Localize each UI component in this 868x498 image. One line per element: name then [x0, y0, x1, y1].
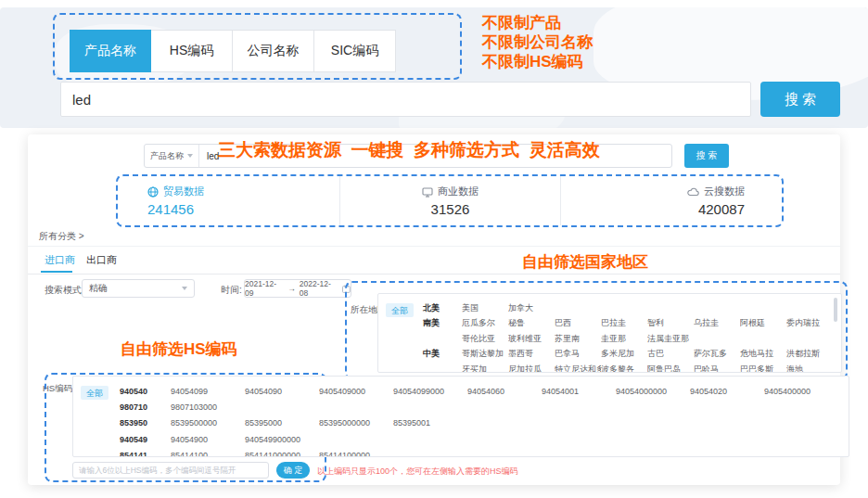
hs-code-option[interactable]: 940549900000	[245, 435, 319, 444]
region-option[interactable]: 委内瑞拉	[786, 317, 833, 329]
stat-trade-data[interactable]: 贸易数据 241456	[118, 176, 339, 225]
app-root: 产品名称 HS编码 公司名称 SIC编码 不限制产品 不限制公司名称 不限制HS…	[0, 0, 868, 498]
tab-hs-code[interactable]: HS编码	[151, 30, 233, 72]
chevron-down-icon	[182, 287, 187, 290]
region-option[interactable]: 特立尼达和多巴..	[555, 364, 601, 373]
region-option[interactable]: 巴拉圭	[601, 317, 647, 329]
region-option[interactable]: 乌拉圭	[694, 317, 740, 329]
region-group-label: 北美	[423, 302, 462, 314]
region-option[interactable]: 哥伦比亚	[462, 333, 508, 345]
region-filter-panel: 全部 北美美国加拿大南美厄瓜多尔秘鲁巴西巴拉圭智利乌拉圭阿根廷委内瑞拉哥伦比亚玻…	[377, 293, 842, 373]
region-option[interactable]: 古巴	[647, 348, 694, 360]
monitor-icon	[422, 186, 433, 198]
hs-grid: 9405409405409994054090940540900094054099…	[120, 383, 838, 456]
search-mode-label: 搜索模式:	[45, 284, 84, 297]
search-type-tabs: 产品名称 HS编码 公司名称 SIC编码	[70, 30, 396, 72]
hs-code-option[interactable]: 85414100	[171, 451, 245, 457]
region-grid: 北美美国加拿大南美厄瓜多尔秘鲁巴西巴拉圭智利乌拉圭阿根廷委内瑞拉哥伦比亚玻利维亚…	[423, 300, 833, 372]
stat-value: 420087	[698, 201, 745, 217]
hs-code-option[interactable]: 94054020	[690, 387, 764, 396]
region-option[interactable]: 波多黎各	[601, 364, 647, 373]
tab-company-name[interactable]: 公司名称	[233, 30, 314, 72]
tab-product-name[interactable]: 产品名称	[70, 30, 151, 72]
region-option[interactable]: 秘鲁	[508, 317, 555, 329]
tab-exporter[interactable]: 出口商	[86, 253, 117, 267]
region-scrollbar[interactable]	[834, 298, 837, 322]
region-option[interactable]: 海地	[786, 364, 833, 373]
hs-code-option[interactable]: 85395001	[393, 418, 467, 428]
region-option[interactable]: 圭亚那	[601, 333, 647, 345]
search-mode-select[interactable]: 精确	[82, 279, 195, 298]
mini-search-value: led	[199, 151, 219, 161]
hs-code-option[interactable]: 94054000000	[616, 387, 690, 396]
hs-code-option[interactable]: 980710	[120, 402, 171, 412]
region-option[interactable]: 加拿大	[508, 302, 555, 314]
stats-dashed-box: 贸易数据 241456 商业数据 31526	[116, 174, 784, 227]
divider	[28, 274, 840, 275]
hs-code-option[interactable]: 94054099000	[393, 387, 467, 396]
region-option[interactable]: 阿根廷	[740, 317, 786, 329]
hs-code-option[interactable]: 94054900	[171, 435, 245, 444]
region-option[interactable]: 牙买加	[462, 364, 508, 373]
stat-label: 贸易数据	[163, 185, 204, 198]
annotation-line: 不限制HS编码	[482, 52, 593, 71]
region-all-chip[interactable]: 全部	[386, 303, 414, 317]
hs-code-option[interactable]: 854141	[120, 451, 171, 457]
hs-code-option[interactable]: 9807103000	[171, 402, 245, 412]
hs-code-option[interactable]: 94054090	[245, 387, 319, 396]
region-option[interactable]: 厄瓜多尔	[462, 317, 508, 329]
region-option[interactable]: 苏里南	[555, 333, 601, 345]
region-option[interactable]: 智利	[647, 317, 694, 329]
region-option[interactable]: 萨尔瓦多	[694, 348, 740, 360]
region-option[interactable]: 多米尼加	[601, 348, 647, 360]
region-option[interactable]: 危地马拉	[740, 348, 786, 360]
stat-value: 241456	[147, 201, 194, 217]
headline-annotation: 三大索数据资源 一键搜 多种筛选方式 灵活高效	[218, 138, 600, 162]
hs-confirm-button[interactable]: 确 定	[276, 462, 310, 479]
region-option[interactable]: 美国	[462, 302, 508, 314]
region-option[interactable]: 墨西哥	[508, 348, 555, 360]
stat-cloud-data[interactable]: 云搜数据 420087	[560, 176, 782, 225]
hs-code-option[interactable]: 85414100000	[319, 451, 393, 457]
annotation-line: 不限制产品	[482, 13, 593, 32]
mini-search-type-select[interactable]: 产品名称	[145, 145, 199, 167]
hs-code-option[interactable]: 94054001	[542, 387, 616, 396]
region-option[interactable]: 巴巴多斯	[740, 364, 786, 373]
hero-search-button[interactable]: 搜 索	[760, 82, 840, 117]
hs-code-option[interactable]: 8539500000	[171, 418, 245, 428]
date-range-picker[interactable]: 2021-12-09 → 2022-12-08	[244, 279, 351, 298]
hs-code-option[interactable]: 94054099	[171, 387, 245, 396]
region-group-label: 中美	[423, 348, 462, 360]
hero-banner: 产品名称 HS编码 公司名称 SIC编码 不限制产品 不限制公司名称 不限制HS…	[0, 7, 868, 128]
tab-sic-code[interactable]: SIC编码	[314, 30, 396, 72]
mini-search-button[interactable]: 搜 索	[684, 144, 729, 168]
hs-code-option[interactable]: 85395000000	[319, 418, 393, 428]
hs-code-option[interactable]: 9405400000	[764, 387, 838, 396]
breadcrumb[interactable]: 所有分类 >	[39, 230, 84, 243]
region-option[interactable]: 洪都拉斯	[786, 348, 833, 360]
hs-code-option[interactable]: 940540	[120, 387, 171, 396]
hs-code-option[interactable]: 853950	[120, 418, 171, 428]
region-option[interactable]: 巴哈马	[694, 364, 740, 373]
region-option[interactable]: 巴西	[555, 317, 601, 329]
hero-search-input[interactable]	[60, 82, 751, 117]
date-end: 2022-12-08	[300, 279, 338, 298]
hs-code-option[interactable]: 854141000000	[245, 451, 319, 457]
hs-code-option[interactable]: 940549	[120, 435, 171, 444]
hs-code-option[interactable]: 85395000	[245, 418, 319, 428]
region-option[interactable]: 尼加拉瓜	[508, 364, 555, 373]
divider	[28, 246, 840, 247]
hs-code-option[interactable]: 9405409000	[319, 387, 393, 396]
hs-limit-note: 以上编码只显示100个，您可在左侧输入需要的HS编码	[317, 466, 518, 478]
stat-business-data[interactable]: 商业数据 31526	[339, 176, 561, 225]
region-option[interactable]: 阿鲁巴岛	[647, 364, 694, 373]
tab-importer[interactable]: 进口商	[45, 253, 75, 267]
region-option[interactable]: 哥斯达黎加	[462, 348, 508, 360]
region-option[interactable]: 巴拿马	[555, 348, 601, 360]
region-option[interactable]: 玻利维亚	[508, 333, 555, 345]
date-range-arrow: →	[287, 284, 296, 293]
region-option[interactable]: 法属圭亚那	[647, 333, 694, 345]
hs-code-option[interactable]: 94054060	[467, 387, 542, 396]
hs-code-input[interactable]	[72, 462, 269, 479]
hs-all-chip[interactable]: 全部	[81, 386, 108, 400]
